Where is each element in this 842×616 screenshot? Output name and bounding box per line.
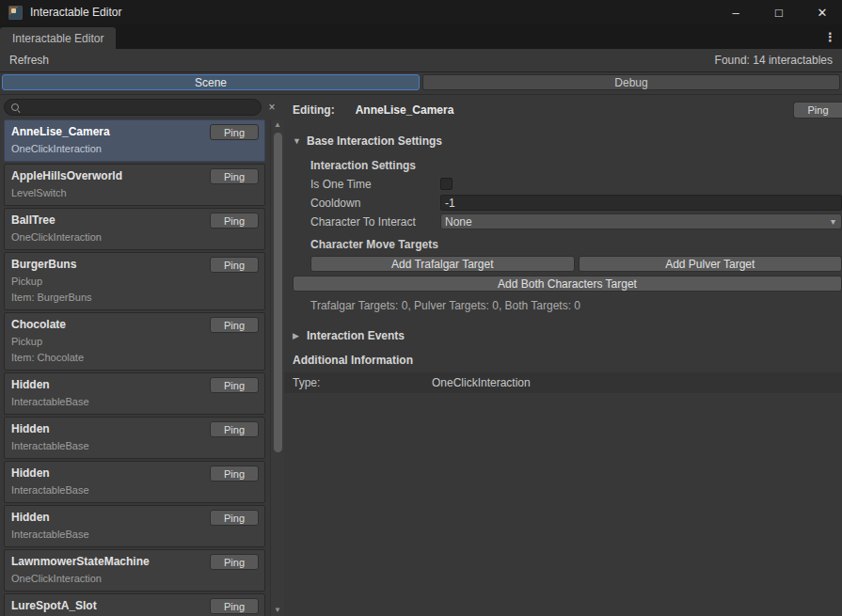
list-item[interactable]: Hidden InteractableBase Ping [4,461,265,503]
tab-interactable-editor[interactable]: Interactable Editor [0,27,116,49]
search-field[interactable] [4,99,262,116]
list-item-type: Pickup [11,274,259,290]
list-item[interactable]: Chocolate Pickup Item: Chocolate Ping [4,312,265,371]
is-one-time-checkbox[interactable] [440,178,453,190]
window-controls: – □ ✕ [707,1,836,24]
type-value: OneClickInteraction [432,376,531,389]
ping-button[interactable]: Ping [210,421,259,437]
is-one-time-label: Is One Time [310,178,440,191]
interaction-events-foldout-label: Interaction Events [307,329,405,342]
list-item-type: LevelSwitch [11,185,259,201]
foldout-closed-icon: ▶ [293,331,307,340]
list-item-type: InteractableBase [11,438,259,454]
foldout-open-icon: ▼ [293,136,307,146]
add-trafalgar-target-button[interactable]: Add Trafalgar Target [310,256,575,272]
editing-target-name: AnneLise_Camera [356,103,454,117]
interaction-events-foldout[interactable]: ▶ Interaction Events [293,327,842,344]
found-count-label: Found: 14 interactables [715,54,834,67]
list-item-extra: Item: Chocolate [11,350,259,366]
scene-list: AnneLise_Camera OneClickInteraction Ping… [0,119,269,616]
is-one-time-row: Is One Time [310,175,842,193]
list-item-type: OneClickInteraction [11,141,259,157]
tab-scene[interactable]: Scene [2,74,420,90]
list-item-type: OneClickInteraction [11,229,259,245]
add-pulver-target-button[interactable]: Add Pulver Target [579,256,842,272]
scroll-up-icon[interactable]: ▲ [274,119,281,131]
list-item-type: InteractableBase [11,482,259,498]
minimize-button[interactable]: – [722,1,750,24]
interactable-editor-window: Interactable Editor – □ ✕ Interactable E… [0,0,842,616]
ping-button[interactable]: Ping [210,598,259,614]
list-item[interactable]: Hidden InteractableBase Ping [4,417,265,459]
list-item[interactable]: LureSpotA_Slot Ping [4,593,265,616]
scroll-down-icon[interactable]: ▼ [274,605,281,616]
ping-button[interactable]: Ping [210,257,259,273]
character-to-interact-value: None [445,215,472,229]
list-item[interactable]: AnneLise_Camera OneClickInteraction Ping [4,119,265,162]
interaction-settings-header: Interaction Settings [310,159,842,172]
list-item[interactable]: AppleHillsOverworld LevelSwitch Ping [4,164,265,206]
list-item[interactable]: LawnmowerStateMachine OneClickInteractio… [4,549,265,592]
app-icon [8,6,23,20]
list-item-type: InteractableBase [11,527,259,543]
list-item-extra: Item: BurgerBuns [11,290,259,306]
ping-button[interactable]: Ping [210,377,259,393]
refresh-button[interactable]: Refresh [8,52,58,69]
ping-button[interactable]: Ping [210,466,259,482]
list-item[interactable]: Hidden InteractableBase Ping [4,505,265,547]
list-item[interactable]: BallTree OneClickInteraction Ping [4,208,265,250]
dropdown-arrow-icon: ▾ [831,216,837,227]
toolbar: Refresh Found: 14 interactables [0,49,842,72]
search-row: × [0,95,284,119]
cooldown-row: Cooldown [310,194,842,212]
view-tabs: Scene Debug [0,72,842,95]
character-to-interact-row: Character To Interact None ▾ [310,213,842,230]
scene-panel: × AnneLise_Camera OneClickInteraction Pi… [0,95,284,616]
base-settings-foldout[interactable]: ▼ Base Interaction Settings [293,133,842,150]
window-title: Interactable Editor [30,6,121,19]
editing-header: Editing: AnneLise_Camera Ping [293,101,842,119]
list-item[interactable]: Hidden InteractableBase Ping [4,372,265,415]
content: × AnneLise_Camera OneClickInteraction Pi… [0,95,842,616]
scene-list-scrollbar[interactable]: ▲ ▼ [270,119,284,616]
editor-tabstrip: Interactable Editor ⋮ [0,24,842,49]
ping-selected-button[interactable]: Ping [793,102,842,118]
ping-button[interactable]: Ping [210,213,259,229]
editing-label: Editing: [293,103,335,117]
search-input[interactable] [25,101,254,114]
base-settings-foldout-label: Base Interaction Settings [307,134,442,148]
list-item-type: Pickup [11,334,259,350]
list-item[interactable]: BurgerBuns Pickup Item: BurgerBuns Ping [4,252,265,310]
character-to-interact-dropdown[interactable]: None ▾ [440,213,842,229]
character-to-interact-label: Character To Interact [310,215,440,229]
window-menu-icon[interactable]: ⋮ [818,30,842,44]
inspector-panel: Editing: AnneLise_Camera Ping ▼ Base Int… [284,95,842,616]
ping-button[interactable]: Ping [210,554,259,570]
list-item-type: InteractableBase [11,394,259,410]
move-targets-header: Character Move Targets [310,238,842,251]
ping-button[interactable]: Ping [210,510,259,526]
scrollbar-thumb[interactable] [274,133,282,452]
ping-button[interactable]: Ping [210,168,259,184]
maximize-button[interactable]: □ [765,1,793,24]
clear-search-icon[interactable]: × [262,101,282,114]
ping-button[interactable]: Ping [210,124,259,140]
cooldown-label: Cooldown [310,197,440,210]
scene-list-wrap: AnneLise_Camera OneClickInteraction Ping… [0,119,284,616]
type-row: Type: OneClickInteraction [284,372,842,393]
titlebar: Interactable Editor – □ ✕ [0,0,842,24]
type-label: Type: [293,376,432,389]
cooldown-input[interactable] [440,195,842,211]
add-both-targets-button[interactable]: Add Both Characters Target [293,276,842,292]
additional-information-header: Additional Information [293,354,842,367]
targets-summary: Trafalgar Targets: 0, Pulver Targets: 0,… [310,299,842,312]
search-icon [11,103,21,112]
add-target-buttons: Add Trafalgar Target Add Pulver Target [310,256,842,272]
close-button[interactable]: ✕ [808,1,836,24]
list-item-type: OneClickInteraction [11,571,259,587]
tab-debug[interactable]: Debug [422,74,840,90]
ping-button[interactable]: Ping [210,317,259,333]
